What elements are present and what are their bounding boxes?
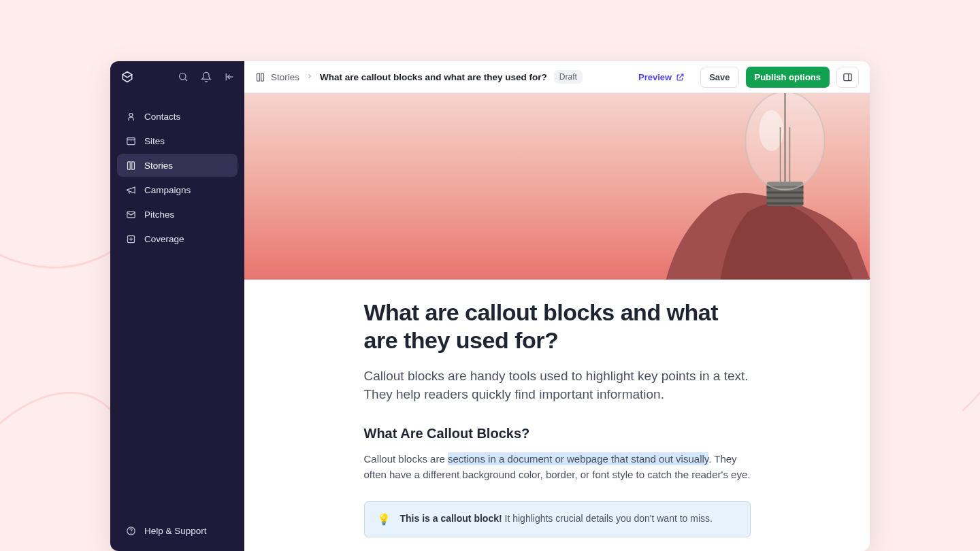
breadcrumb-current: What are callout blocks and what are the… [320, 72, 547, 82]
panel-toggle-button[interactable] [836, 67, 859, 88]
callout-text: This is a callout block! It highlights c… [400, 513, 713, 524]
help-support-link[interactable]: Help & Support [117, 520, 238, 541]
svg-rect-5 [127, 137, 134, 144]
pitches-icon [125, 209, 136, 220]
sidebar-top [110, 61, 244, 90]
sidebar-item-label: Sites [144, 136, 165, 146]
content-area: What are callout blocks and what are the… [244, 93, 870, 551]
article-paragraph: Callout blocks are sections in a documen… [364, 451, 751, 483]
topbar-actions: Preview Save Publish options [630, 67, 859, 88]
stories-icon [125, 160, 136, 171]
breadcrumb: Stories What are callout blocks and what… [255, 70, 583, 84]
sidebar-nav: Contacts Sites Stories Campaigns [110, 90, 244, 250]
main-panel: Stories What are callout blocks and what… [244, 61, 870, 551]
coverage-icon [125, 233, 136, 244]
topbar: Stories What are callout blocks and what… [244, 61, 870, 93]
sidebar-item-label: Contacts [144, 112, 180, 122]
breadcrumb-root[interactable]: Stories [255, 72, 299, 82]
sidebar-item-coverage[interactable]: Coverage [117, 227, 238, 250]
sidebar: Contacts Sites Stories Campaigns [110, 61, 244, 551]
highlighted-text: sections in a document or webpage that s… [448, 452, 708, 465]
help-icon [125, 525, 136, 536]
bell-icon[interactable] [201, 71, 212, 82]
svg-point-12 [131, 533, 131, 533]
article-title: What are callout blocks and what are the… [364, 299, 751, 354]
sidebar-item-pitches[interactable]: Pitches [117, 203, 238, 226]
svg-point-4 [129, 113, 133, 116]
lightbulb-emoji: 💡 [377, 513, 391, 526]
svg-point-0 [180, 73, 186, 80]
svg-rect-13 [844, 73, 851, 80]
panel-icon [843, 72, 853, 82]
sidebar-item-label: Pitches [144, 210, 174, 220]
sites-icon [125, 135, 136, 146]
chevron-right-icon [306, 72, 313, 82]
book-icon [255, 72, 265, 82]
status-badge: Draft [554, 70, 583, 84]
search-icon[interactable] [178, 71, 189, 82]
sidebar-item-sites[interactable]: Sites [117, 129, 238, 152]
svg-line-1 [185, 79, 187, 81]
hero-image [244, 93, 870, 280]
sidebar-item-campaigns[interactable]: Campaigns [117, 178, 238, 201]
sidebar-item-label: Campaigns [144, 185, 191, 195]
app-logo[interactable] [120, 69, 135, 84]
contacts-icon [125, 111, 136, 122]
app-frame: Contacts Sites Stories Campaigns [110, 61, 870, 551]
sidebar-footer: Help & Support [110, 510, 244, 551]
article-body: What are callout blocks and what are the… [364, 280, 751, 551]
callout-block: 💡 This is a callout block! It highlights… [364, 501, 751, 537]
help-support-label: Help & Support [144, 526, 207, 536]
campaigns-icon [125, 184, 136, 195]
sidebar-item-label: Coverage [144, 234, 184, 244]
publish-button[interactable]: Publish options [746, 67, 830, 88]
sidebar-item-contacts[interactable]: Contacts [117, 105, 238, 128]
article-lead: Callout blocks are handy tools used to h… [364, 367, 751, 404]
sidebar-item-label: Stories [144, 161, 173, 171]
article-h2: What Are Callout Blocks? [364, 426, 751, 441]
external-link-icon [676, 73, 685, 82]
sidebar-item-stories[interactable]: Stories [117, 154, 238, 177]
collapse-sidebar-icon[interactable] [224, 71, 235, 82]
save-button[interactable]: Save [700, 67, 738, 88]
preview-button[interactable]: Preview [630, 67, 693, 88]
